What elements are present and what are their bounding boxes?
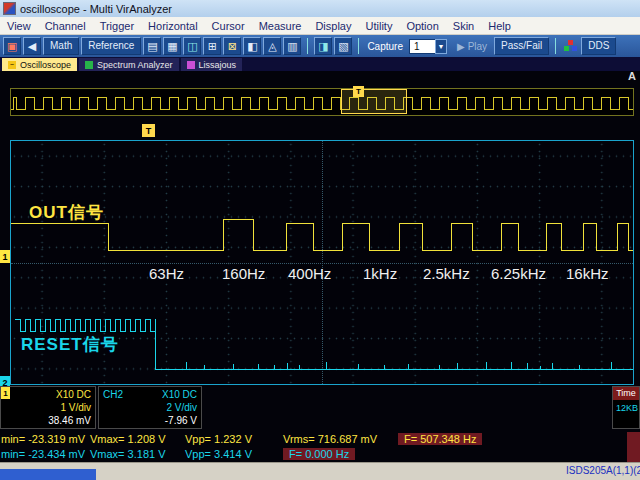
- back-button[interactable]: ◀: [23, 37, 41, 55]
- menu-item-channel[interactable]: Channel: [38, 20, 93, 32]
- view-window-handle[interactable]: [341, 89, 407, 114]
- status-bar: [0, 462, 640, 480]
- hatch-button[interactable]: ▧: [334, 37, 352, 55]
- waveform-display: OUT信号 RESET信号 63Hz 160Hz 400Hz 1kHz 2.5k…: [10, 140, 634, 385]
- tab-oscilloscope[interactable]: ~ Oscilloscope: [2, 58, 77, 71]
- freq-label-160hz: 160Hz: [222, 265, 265, 282]
- play-button[interactable]: ▶ Play: [457, 41, 487, 52]
- freq-label-400hz: 400Hz: [288, 265, 331, 282]
- toolbar: ▣ ◀ Math Reference ▤ ▦ ◫ ⊞ ⊠ ◧ ◬ ▥ ◨ ▧ C…: [0, 35, 640, 57]
- window-title: oscilloscope - Multi VirAnalyzer: [20, 3, 172, 15]
- timebase-box[interactable]: Time 12KB: [612, 386, 640, 429]
- title-bar: oscilloscope - Multi VirAnalyzer: [0, 0, 640, 17]
- freq-label-63hz: 63Hz: [149, 265, 184, 282]
- ch1-marker: 1: [1, 387, 10, 399]
- freq-label-6.25khz: 6.25kHz: [491, 265, 546, 282]
- ch1-offset: 38.46 mV: [48, 414, 91, 427]
- rgb-color-icon: [564, 40, 577, 52]
- reference-button[interactable]: Reference: [81, 37, 141, 55]
- select-icon: ⊠: [228, 41, 237, 52]
- trigger-position-flag[interactable]: T: [142, 124, 155, 137]
- ch2-frequency: F= 0.000 Hz: [283, 448, 355, 460]
- overview-waveform: [11, 89, 633, 115]
- spectrum-icon: [85, 61, 93, 69]
- ch1-info-box[interactable]: 1 X10 DC 1 V/div 38.46 mV: [0, 386, 96, 429]
- toolbar-separator: [307, 38, 308, 54]
- ch2-scale: 2 V/div: [162, 401, 197, 414]
- device-status: ISDS205A(1,1)(2: [566, 465, 640, 476]
- tab-lissajous[interactable]: Lissajous: [181, 58, 243, 71]
- cursor-icon: ▤: [147, 41, 157, 52]
- select-tool-button[interactable]: ⊠: [223, 37, 241, 55]
- play-label: Play: [468, 41, 487, 52]
- ch1-position-flag[interactable]: 1: [0, 250, 10, 263]
- waveform-overview-strip[interactable]: T: [10, 88, 634, 116]
- frequency-column-chip: [627, 432, 640, 462]
- ch2-vpp: Vpp= 3.414 V: [185, 448, 252, 460]
- menu-item-cursor[interactable]: Cursor: [205, 20, 252, 32]
- chevron-down-icon[interactable]: ▼: [435, 39, 447, 54]
- menu-item-horizontal[interactable]: Horizontal: [141, 20, 205, 32]
- math-button[interactable]: Math: [43, 37, 79, 55]
- toolbar-separator: [555, 38, 556, 54]
- ch1-frequency: F= 507.348 Hz: [398, 433, 482, 445]
- lissajous-icon: [187, 61, 195, 69]
- menu-item-utility[interactable]: Utility: [359, 20, 400, 32]
- lines-button[interactable]: ▥: [283, 37, 301, 55]
- toolbar-separator: [358, 38, 359, 54]
- tab-label: Lissajous: [199, 60, 237, 70]
- invert-button[interactable]: ◨: [314, 37, 332, 55]
- half-icon: ◧: [247, 41, 257, 52]
- back-arrow-icon: ◀: [28, 41, 36, 52]
- timebase-label: Time: [613, 387, 639, 400]
- menu-item-option[interactable]: Option: [399, 20, 445, 32]
- menu-item-skin[interactable]: Skin: [446, 20, 481, 32]
- grid-icon: ▦: [167, 41, 177, 52]
- grid-tool-button[interactable]: ▦: [163, 37, 181, 55]
- freq-label-2.5khz: 2.5kHz: [423, 265, 470, 282]
- menu-item-view[interactable]: View: [0, 20, 38, 32]
- trigger-status: A: [628, 70, 636, 82]
- persist-button[interactable]: ◬: [263, 37, 281, 55]
- connect-button[interactable]: ▣: [3, 37, 21, 55]
- play-icon: ▶: [457, 41, 465, 52]
- menu-item-measure[interactable]: Measure: [252, 20, 309, 32]
- ch1-vmax: Vmax= 1.208 V: [90, 433, 166, 445]
- status-progress-block: [0, 469, 96, 480]
- invert-icon: ◨: [318, 41, 328, 52]
- freq-label-1khz: 1kHz: [363, 265, 397, 282]
- capture-count-value: 1: [414, 41, 420, 52]
- menu-item-help[interactable]: Help: [481, 20, 518, 32]
- ch2-vmax: Vmax= 3.181 V: [90, 448, 166, 460]
- waveform-icon: ~: [8, 61, 16, 69]
- oscilloscope-app: oscilloscope - Multi VirAnalyzer View Ch…: [0, 0, 640, 480]
- memory-depth: 12KB: [613, 400, 639, 413]
- menu-item-trigger[interactable]: Trigger: [93, 20, 141, 32]
- menu-item-display[interactable]: Display: [308, 20, 358, 32]
- freq-label-16khz: 16kHz: [566, 265, 609, 282]
- zoom-tool-button[interactable]: ⊞: [203, 37, 221, 55]
- tab-label: Oscilloscope: [20, 60, 71, 70]
- tab-bar: ~ Oscilloscope Spectrum Analyzer Lissajo…: [0, 57, 640, 71]
- dds-button[interactable]: DDS: [581, 37, 616, 55]
- ch1-measurements: min= -23.319 mV Vmax= 1.208 V Vpp= 1.232…: [0, 432, 640, 447]
- capture-count-select[interactable]: 1 ▼: [409, 39, 436, 54]
- cursor-tool-button[interactable]: ▤: [143, 37, 161, 55]
- ch2-name: CH2: [103, 388, 123, 401]
- overview-trigger-flag[interactable]: T: [353, 86, 364, 97]
- ch1-trace: [11, 219, 633, 250]
- ch1-probe: X10 DC: [48, 388, 91, 401]
- capture-label: Capture: [367, 41, 403, 52]
- reset-signal-label: RESET信号: [21, 333, 119, 356]
- ch2-measurements: min= -23.434 mV Vmax= 3.181 V Vpp= 3.414…: [0, 447, 640, 462]
- zoom-icon: ⊞: [208, 41, 217, 52]
- passfail-button[interactable]: Pass/Fail: [494, 37, 549, 55]
- device-icon: ▣: [7, 41, 17, 52]
- display-tool-button[interactable]: ◫: [183, 37, 201, 55]
- app-icon: [3, 2, 16, 15]
- lines-icon: ▥: [287, 41, 297, 52]
- ch2-info-box[interactable]: CH2 X10 DC 2 V/div -7.96 V: [98, 386, 202, 429]
- persist-icon: ◬: [268, 41, 276, 52]
- half-display-button[interactable]: ◧: [243, 37, 261, 55]
- tab-spectrum-analyzer[interactable]: Spectrum Analyzer: [79, 58, 179, 71]
